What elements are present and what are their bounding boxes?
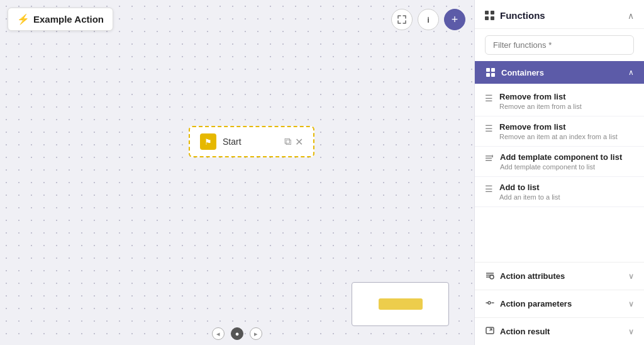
action-parameters-header[interactable]: Action parameters ∨ — [475, 290, 644, 317]
list-icon-2: ☰ — [485, 123, 493, 133]
action-result-label: Action result — [500, 327, 550, 336]
function-name-3: Add template component to list — [500, 152, 634, 162]
functions-title: Functions — [485, 10, 545, 21]
canvas-bottom-nav: ◂ ● ▸ — [212, 327, 262, 340]
mini-node-inner — [379, 298, 423, 310]
svg-rect-1 — [491, 68, 495, 72]
filter-input[interactable] — [485, 35, 634, 55]
function-desc-2: Remove an item at an index from a list — [499, 133, 634, 140]
action-attributes-header[interactable]: Action attributes ∨ — [475, 263, 644, 290]
start-node-actions: ⧉ ✕ — [284, 136, 303, 148]
action-attributes-section: Action attributes ∨ — [475, 262, 644, 290]
nav-next[interactable]: ▸ — [250, 327, 262, 340]
function-name-2: Remove from list — [499, 122, 634, 132]
svg-rect-2 — [486, 73, 490, 77]
svg-rect-0 — [486, 68, 490, 72]
list-icon-3 — [485, 154, 494, 164]
action-result-header[interactable]: Action result ∨ — [475, 318, 644, 345]
function-name-4: Add to list — [499, 183, 634, 192]
functions-collapse-button[interactable]: ∧ — [628, 11, 634, 21]
info-button[interactable]: i — [418, 9, 439, 30]
list-icon-1: ☰ — [485, 93, 493, 103]
close-icon[interactable]: ✕ — [295, 136, 303, 148]
action-attributes-chevron: ∨ — [628, 272, 634, 281]
action-parameters-section: Action parameters ∨ — [475, 290, 644, 317]
canvas-area[interactable]: ⚡ Example Action i + ⚑ Start ⧉ ✕ ◂ ● ▸ — [0, 0, 474, 345]
svg-rect-3 — [491, 73, 495, 77]
action-attributes-icon — [485, 270, 495, 282]
function-desc-1: Remove an item from a list — [499, 103, 634, 110]
containers-label: Containers — [501, 68, 544, 77]
function-item[interactable]: ☰ Remove from list Remove an item from a… — [475, 86, 644, 116]
svg-rect-4 — [486, 156, 492, 157]
bolt-icon: ⚡ — [17, 13, 30, 25]
start-node-label: Start — [223, 137, 278, 147]
nav-prev[interactable]: ◂ — [212, 327, 225, 340]
function-name-1: Remove from list — [499, 92, 634, 101]
containers-icon — [485, 67, 496, 78]
function-item[interactable]: ☰ Remove from list Remove an item at an … — [475, 116, 644, 147]
nav-current[interactable]: ● — [231, 327, 243, 340]
function-desc-4: Add an item to a list — [499, 193, 634, 201]
action-result-chevron: ∨ — [628, 327, 634, 336]
mini-preview-node — [352, 282, 449, 326]
function-item[interactable]: ☰ Add to list Add an item to a list — [475, 177, 644, 207]
containers-chevron: ∧ — [628, 68, 634, 77]
action-attributes-label: Action attributes — [500, 271, 565, 281]
action-parameters-label: Action parameters — [500, 299, 572, 308]
functions-header: Functions ∧ — [475, 0, 644, 29]
action-result-icon — [485, 325, 495, 337]
add-button[interactable]: + — [444, 9, 465, 30]
function-item[interactable]: Add template component to list Add templ… — [475, 147, 644, 177]
start-node[interactable]: ⚑ Start ⧉ ✕ — [189, 126, 314, 157]
action-result-section: Action result ∨ — [475, 317, 644, 345]
function-desc-3: Add template component to list — [500, 163, 634, 171]
sidebar: Functions ∧ Containers ∧ ☰ Remove — [474, 0, 644, 345]
list-icon-4: ☰ — [485, 184, 493, 194]
action-title-label: Example Action — [33, 14, 104, 25]
functions-list: ☰ Remove from list Remove an item from a… — [475, 86, 644, 262]
canvas-toolbar: i + — [391, 9, 465, 30]
filter-input-wrap — [475, 29, 644, 61]
grid-icon — [485, 11, 495, 21]
expand-button[interactable] — [391, 9, 413, 30]
action-title-badge: ⚡ Example Action — [8, 8, 113, 31]
svg-point-12 — [490, 275, 494, 279]
action-parameters-chevron: ∨ — [628, 300, 634, 308]
svg-rect-6 — [486, 160, 492, 161]
containers-category-header[interactable]: Containers ∧ — [475, 61, 644, 84]
svg-rect-5 — [486, 158, 492, 159]
copy-icon[interactable]: ⧉ — [284, 136, 291, 147]
action-parameters-icon — [485, 298, 495, 310]
containers-label-group: Containers — [485, 67, 544, 78]
start-flag-icon: ⚑ — [200, 133, 216, 150]
